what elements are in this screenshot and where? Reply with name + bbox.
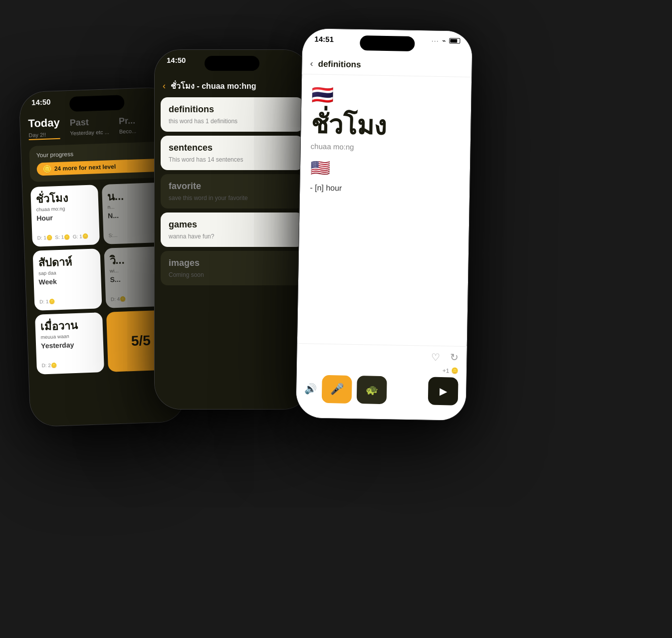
play-button[interactable]: ▶: [428, 377, 458, 406]
word-card-5[interactable]: เมื่อวาน meuua waan Yesterday D: 2🪙: [35, 312, 104, 375]
us-flag: 🇺🇸: [310, 159, 460, 180]
section-sentences[interactable]: sentences This word has 14 sentences: [161, 136, 303, 170]
definitions-title: definitions: [318, 59, 361, 69]
play-icon: ▶: [439, 385, 447, 397]
section-images[interactable]: images Coming soon: [161, 251, 303, 285]
progress-bar: 🪙 24 more for next level: [36, 159, 162, 176]
dynamic-island-left: [69, 95, 125, 112]
menu-sections: definitions this word has 1 definitions …: [155, 97, 309, 285]
definition-content: 🇹🇭 ชั่วโมง chuaa mo:ng 🇺🇸 - [n] hour: [297, 74, 471, 346]
word-card-3[interactable]: สัปดาห์ sap daa Week D: 1🪙: [32, 248, 102, 311]
main-word-thai: ชั่วโมง: [311, 110, 461, 141]
dynamic-island-middle: [205, 56, 259, 71]
word-card-1[interactable]: ชั่วโมง chuaa mo:ng Hour D: 1🪙 S: 1🪙 G: …: [30, 185, 100, 247]
section-definitions[interactable]: definitions this word has 1 definitions: [161, 97, 303, 132]
bottom-buttons: 🔊 🎤 🐢 ▶: [304, 375, 458, 405]
tab-today[interactable]: Today Day 2!!: [28, 116, 60, 140]
definition-text: - [n] hour: [310, 184, 459, 195]
plus-badge: +1 🪙: [305, 365, 458, 374]
word-title-middle: ชั่วโมง - chuaa mo:hng: [171, 80, 256, 92]
mic-icon: 🎤: [330, 383, 343, 396]
battery-icon: [449, 38, 460, 43]
status-right: ··· ⌁: [432, 37, 460, 45]
volume-button[interactable]: 🔊: [304, 383, 317, 395]
status-time-left: 14:50: [31, 97, 51, 106]
action-icons: ♡ ↻: [305, 349, 458, 363]
car-icon: 🐢: [366, 384, 378, 396]
mic-button[interactable]: 🎤: [322, 375, 352, 404]
right-screen: 14:51 ··· ⌁ ‹ definitions 🇹🇭 ชั่วโมง chu…: [296, 28, 472, 421]
bottom-bar: ♡ ↻ +1 🪙 🔊 🎤 🐢 ▶: [296, 343, 467, 421]
back-button-middle[interactable]: ‹: [163, 81, 166, 91]
repeat-icon[interactable]: ↻: [450, 351, 458, 363]
middle-header: ‹ ชั่วโมง - chuaa mo:hng: [155, 75, 309, 97]
phone-right: 14:51 ··· ⌁ ‹ definitions 🇹🇭 ชั่วโมง chu…: [296, 28, 472, 421]
back-button-right[interactable]: ‹: [310, 58, 313, 69]
thai-flag: 🇹🇭: [311, 84, 461, 108]
tab-progress[interactable]: Pr... Beco...: [119, 115, 137, 134]
car-button[interactable]: 🐢: [357, 376, 387, 404]
word-cards: ชั่วโมง chuaa mo:ng Hour D: 1🪙 S: 1🪙 G: …: [30, 182, 176, 374]
middle-screen: 14:50 ‹ ชั่วโมง - chuaa mo:hng definitio…: [155, 50, 309, 409]
progress-section: Your progress 🪙 24 more for next level: [29, 141, 169, 182]
heart-icon[interactable]: ♡: [431, 351, 440, 363]
main-word-roman: chuaa mo:ng: [311, 142, 460, 153]
section-games[interactable]: games wanna have fun?: [161, 213, 303, 247]
right-header: ‹ definitions: [302, 53, 472, 77]
tab-past[interactable]: Past Yesterday etc ...: [69, 116, 109, 136]
section-favorite[interactable]: favorite save this word in your favorite: [161, 174, 303, 209]
dynamic-island-right: [360, 35, 415, 51]
phone-middle: 14:50 ‹ ชั่วโมง - chuaa mo:hng definitio…: [155, 50, 309, 409]
